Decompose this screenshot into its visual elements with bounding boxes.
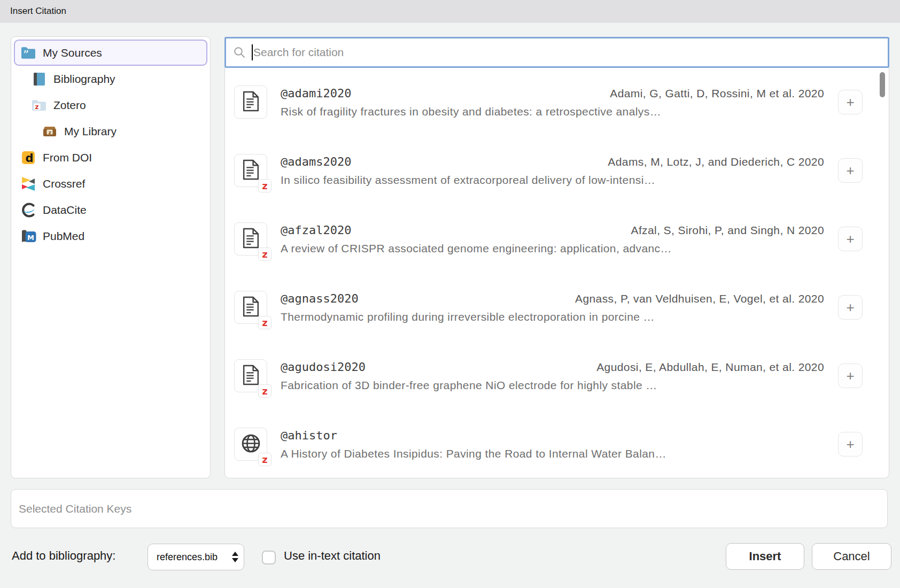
sidebar-item-label: DataCite [43,204,87,216]
document-icon [242,228,260,251]
document-icon [242,365,260,388]
document-icon [242,296,260,319]
library-box-icon: z [42,123,58,140]
citation-key: @agudosi2020 [281,360,366,374]
sidebar-item-label: Bibliography [53,73,115,86]
sidebar-item-label: Zotero [53,99,86,112]
citation-key: @agnass2020 [281,292,359,305]
zotero-badge: z [258,179,271,192]
sidebar-item-label: My Sources [43,47,102,59]
sidebar-item-zotero[interactable]: z Zotero [25,92,207,118]
document-icon [242,91,260,114]
sources-sidebar: ” My Sources Bibliography z Zotero z My … [11,36,211,478]
sidebar-item-label: Crossref [43,177,85,190]
citation-title: A History of Diabetes Insipidus: Paving … [281,447,824,460]
document-icon [242,159,260,182]
citation-authors: Adams, M, Lotz, J, and Diederich, C 2020 [608,156,824,168]
sidebar-item-bibliography[interactable]: Bibliography [25,66,207,92]
add-citation-button[interactable]: + [838,158,863,183]
selected-citation-keys-placeholder: Selected Citation Keys [19,502,131,515]
add-citation-button[interactable]: + [838,90,863,114]
citation-key: @adams2020 [281,155,351,168]
svg-text:M: M [27,233,34,241]
citation-key: @adami2020 [281,87,351,100]
svg-text:”: ” [23,48,29,61]
my-sources-folder-icon: ” [20,45,36,61]
crossref-icon [20,176,36,192]
citation-title: Risk of fragility fractures in obesity a… [281,105,824,118]
citation-key: @afzal2020 [281,223,351,237]
zotero-folder-icon: z [31,97,47,113]
citation-title: Thermodynamic profiling during irreversi… [281,311,824,323]
datacite-icon [20,202,36,218]
use-intext-citation-label: Use in-text citation [284,549,381,563]
sidebar-item-label: PubMed [43,230,84,243]
sidebar-item-from-doi[interactable]: d From DOI [14,144,207,171]
insert-button[interactable]: Insert [726,543,804,570]
sidebar-item-my-library[interactable]: z My Library [35,118,207,144]
search-icon [233,46,246,59]
citation-authors: Agnass, P, van Veldhuisen, E, Vogel, et … [575,292,824,305]
cancel-button[interactable]: Cancel [812,543,891,570]
citation-key: @ahistor [281,429,337,442]
use-intext-citation-checkbox[interactable] [262,551,276,564]
citation-title: A review of CRISPR associated genome eng… [281,242,824,255]
citation-authors: Adami, G, Gatti, D, Rossini, M et al. 20… [610,87,824,100]
sidebar-item-label: My Library [64,125,117,138]
add-citation-button[interactable]: + [838,432,863,457]
citation-row[interactable]: z @agudosi2020 Agudosi, E, Abdullah, E, … [225,342,889,410]
dialog-titlebar: Insert Citation [0,0,900,22]
citation-row[interactable]: z @agnass2020 Agnass, P, van Veldhuisen,… [225,273,889,342]
add-citation-button[interactable]: + [838,295,863,320]
svg-text:d: d [26,152,34,165]
citation-title: Fabrication of 3D binder-free graphene N… [281,379,824,392]
selected-citation-keys-box[interactable]: Selected Citation Keys [11,489,888,528]
dialog-title: Insert Citation [0,0,900,22]
bibliography-book-icon [31,71,47,87]
search-input[interactable] [253,46,888,59]
text-cursor [252,44,253,60]
svg-text:z: z [49,129,52,135]
sidebar-item-crossref[interactable]: Crossref [14,171,207,197]
globe-icon [240,432,262,457]
sidebar-item-pubmed[interactable]: M PubMed [14,223,207,249]
zotero-badge: z [258,384,271,398]
sidebar-item-datacite[interactable]: DataCite [14,197,207,223]
svg-text:z: z [35,103,39,110]
scrollbar-thumb[interactable] [880,72,885,97]
zotero-badge: z [258,316,271,329]
citation-search-box [224,37,889,68]
citation-row[interactable]: z @ahistor A History of Diabetes Insipid… [225,410,889,478]
bibliography-file-select[interactable]: references.bib [148,544,244,570]
citation-row[interactable]: @adami2020 Adami, G, Gatti, D, Rossini, … [225,68,889,136]
citation-row[interactable]: z @adams2020 Adams, M, Lotz, J, and Died… [225,136,889,205]
zotero-badge: z [258,247,271,261]
bibliography-file-value: references.bib [157,552,232,563]
citation-row[interactable]: z @afzal2020 Afzal, S, Sirohi, P, and Si… [225,205,889,273]
add-to-bibliography-label: Add to bibliography: [12,549,115,563]
sidebar-item-label: From DOI [43,151,92,164]
citation-authors: Afzal, S, Sirohi, P, and Singh, N 2020 [631,224,824,237]
citation-authors: Agudosi, E, Abdullah, E, Numan, et al. 2… [596,361,824,374]
pubmed-icon: M [20,228,36,244]
citation-results-list: @adami2020 Adami, G, Gatti, D, Rossini, … [224,68,889,478]
sidebar-item-my-sources[interactable]: ” My Sources [14,40,207,66]
citation-title: In silico feasibility assessment of extr… [281,174,824,187]
doi-icon: d [20,150,36,166]
add-citation-button[interactable]: + [838,363,863,388]
zotero-badge: z [258,453,271,466]
select-stepper-icon [232,552,238,562]
add-citation-button[interactable]: + [838,227,863,251]
